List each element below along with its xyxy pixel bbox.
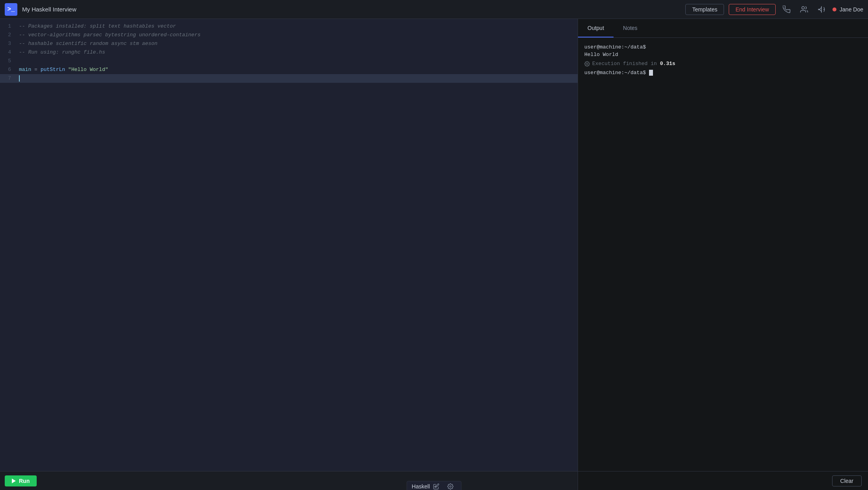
phone-icon-button[interactable] — [780, 3, 793, 16]
tab-notes[interactable]: Notes — [614, 19, 647, 37]
people-icon-button[interactable] — [798, 3, 810, 16]
code-line-4: 4-- Run using: runghc file.hs — [0, 48, 578, 57]
line-number-2: 2 — [0, 31, 16, 39]
output-tabs: Output Notes — [578, 19, 868, 38]
line-content-5 — [16, 57, 578, 65]
page-title: My Haskell Interview — [22, 6, 681, 13]
output-content: user@machine:~/data$ Hello World Executi… — [578, 38, 868, 471]
execution-time: 0.31s — [660, 61, 675, 67]
line-content-1: -- Packages installed: split text hashta… — [16, 22, 578, 31]
terminal-line-2: Hello World — [584, 52, 862, 58]
editor-panel: 1-- Packages installed: split text hasht… — [0, 19, 578, 490]
run-button-label: Run — [19, 478, 30, 484]
code-line-7: 7 — [0, 74, 578, 83]
svg-point-0 — [802, 6, 804, 9]
user-info: Jane Doe — [832, 6, 863, 13]
run-button[interactable]: Run — [5, 475, 37, 486]
code-area[interactable]: 1-- Packages installed: split text hasht… — [0, 19, 578, 471]
templates-button[interactable]: Templates — [685, 4, 724, 15]
end-interview-button[interactable]: End Interview — [729, 4, 776, 15]
settings-icon-button[interactable] — [444, 481, 456, 490]
language-label: Haskell — [412, 483, 430, 490]
svg-point-2 — [449, 486, 451, 487]
output-panel: Output Notes user@machine:~/data$ Hello … — [578, 19, 868, 490]
line-content-6: main = putStrLn "Hello World" — [16, 65, 578, 74]
tab-output[interactable]: Output — [578, 19, 614, 37]
main-content: 1-- Packages installed: split text hasht… — [0, 19, 868, 490]
play-icon — [12, 479, 16, 483]
line-content-3: -- hashable scientific random async stm … — [16, 39, 578, 48]
svg-point-3 — [586, 63, 588, 65]
settings-small-icon — [584, 61, 590, 67]
line-content-2: -- vector-algorithms parsec bytestring u… — [16, 31, 578, 39]
line-number-4: 4 — [0, 48, 16, 57]
logo-icon: >_ — [5, 3, 17, 16]
execution-info: Execution finished in 0.31s — [584, 61, 862, 67]
code-line-3: 3-- hashable scientific random async stm… — [0, 39, 578, 48]
execution-text: Execution finished in 0.31s — [592, 61, 675, 67]
code-line-6: 6main = putStrLn "Hello World" — [0, 65, 578, 74]
terminal-line-1: user@machine:~/data$ — [584, 44, 862, 50]
user-name: Jane Doe — [840, 6, 863, 13]
output-bottom-bar: Clear — [578, 471, 868, 490]
line-number-6: 6 — [0, 65, 16, 74]
megaphone-icon-button[interactable] — [815, 3, 828, 16]
line-content-7 — [16, 74, 578, 83]
edit-icon-button[interactable] — [430, 481, 442, 490]
header: >_ My Haskell Interview Templates End In… — [0, 0, 868, 19]
editor-bottom-bar: Run Haskell — [0, 471, 578, 490]
line-content-4: -- Run using: runghc file.hs — [16, 48, 578, 57]
svg-marker-1 — [819, 7, 822, 11]
code-line-5: 5 — [0, 57, 578, 65]
line-number-5: 5 — [0, 57, 16, 65]
line-number-1: 1 — [0, 22, 16, 31]
pencil-icon — [433, 483, 439, 490]
gear-icon — [447, 483, 453, 490]
language-selector[interactable]: Haskell — [407, 481, 462, 490]
code-line-2: 2-- vector-algorithms parsec bytestring … — [0, 31, 578, 39]
terminal-line-3: user@machine:~/data$ — [584, 70, 862, 76]
header-right-controls: Jane Doe — [780, 3, 863, 16]
code-line-1: 1-- Packages installed: split text hasht… — [0, 22, 578, 31]
user-status-dot — [832, 7, 836, 11]
line-number-7: 7 — [0, 74, 16, 83]
line-number-3: 3 — [0, 39, 16, 48]
clear-button[interactable]: Clear — [832, 475, 862, 486]
